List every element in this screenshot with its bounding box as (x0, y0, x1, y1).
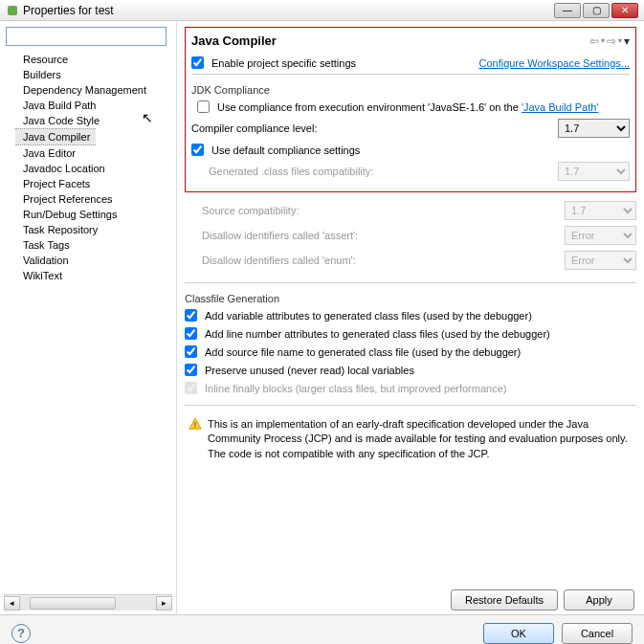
disallow-enum-select: Error (565, 251, 636, 270)
dropdown-icon[interactable]: ▾ (601, 36, 605, 45)
sidebar-item-java-editor[interactable]: Java Editor (15, 145, 172, 161)
svg-text:!: ! (194, 420, 196, 430)
sidebar-item-run-debug-settings[interactable]: Run/Debug Settings (15, 207, 172, 222)
use-exec-env-checkbox[interactable] (197, 100, 210, 113)
app-icon (6, 4, 19, 17)
apply-button[interactable]: Apply (564, 589, 634, 611)
source-compat-label: Source compatibility: (202, 205, 300, 216)
sidebar-item-validation[interactable]: Validation (15, 253, 172, 268)
line-num-checkbox[interactable] (185, 327, 197, 340)
source-compat-select: 1.7 (565, 201, 636, 220)
sidebar-item-project-facets[interactable]: Project Facets (15, 176, 172, 191)
use-exec-env-label: Use compliance from execution environmen… (217, 101, 599, 113)
scrollbar-horizontal[interactable]: ◂ ▸ (4, 594, 172, 611)
disallow-assert-select: Error (565, 226, 636, 245)
close-button[interactable]: ✕ (611, 3, 638, 18)
java-build-path-link[interactable]: 'Java Build Path' (522, 101, 599, 113)
sidebar-item-wikitext[interactable]: WikiText (15, 268, 172, 283)
window-title: Properties for test (23, 4, 114, 17)
preserve-checkbox[interactable] (185, 364, 197, 376)
classfile-group: Classfile Generation (185, 289, 636, 306)
titlebar: Properties for test — ▢ ✕ (0, 0, 644, 21)
jdk-compliance-group: JDK Compliance (191, 80, 630, 98)
use-default-label: Use default compliance settings (211, 144, 360, 156)
page-title: Java Compiler (191, 33, 277, 48)
dropdown-icon[interactable]: ▾ (618, 36, 622, 45)
sidebar: ResourceBuildersDependency ManagementJav… (0, 21, 177, 614)
svg-rect-0 (8, 6, 17, 15)
sidebar-item-task-tags[interactable]: Task Tags (15, 237, 172, 253)
forward-icon[interactable]: ⇨ (607, 34, 616, 48)
sidebar-item-builders[interactable]: Builders (15, 67, 172, 82)
src-file-checkbox[interactable] (185, 345, 197, 358)
compliance-level-label: Compiler compliance level: (191, 122, 317, 134)
inline-checkbox (185, 382, 197, 394)
maximize-button[interactable]: ▢ (583, 3, 610, 18)
disallow-assert-label: Disallow identifiers called 'assert': (202, 230, 358, 241)
sidebar-item-project-references[interactable]: Project References (15, 191, 172, 207)
scroll-track[interactable] (20, 596, 156, 611)
var-attr-label: Add variable attributes to generated cla… (205, 310, 532, 322)
sidebar-item-java-build-path[interactable]: Java Build Path (15, 98, 172, 113)
main-panel: Java Compiler ⇦ ▾ ⇨ ▾ ▾ Enable project s… (177, 21, 644, 614)
inline-label: Inline finally blocks (larger class file… (205, 383, 506, 394)
generated-class-select: 1.7 (558, 162, 630, 181)
sidebar-item-task-repository[interactable]: Task Repository (15, 222, 172, 237)
var-attr-checkbox[interactable] (185, 309, 197, 322)
preserve-label: Preserve unused (never read) local varia… (205, 365, 414, 376)
warning-text: This is an implementation of an early-dr… (208, 417, 633, 461)
enable-specific-label: Enable project specific settings (211, 57, 356, 69)
sidebar-item-dependency-management[interactable]: Dependency Management (15, 82, 172, 98)
back-icon[interactable]: ⇦ (589, 34, 599, 48)
scroll-left-arrow[interactable]: ◂ (4, 596, 20, 611)
use-default-checkbox[interactable] (191, 144, 204, 156)
cancel-button[interactable]: Cancel (562, 623, 633, 644)
sidebar-item-java-compiler[interactable]: Java Compiler (15, 128, 96, 145)
restore-defaults-button[interactable]: Restore Defaults (451, 589, 558, 611)
line-num-label: Add line number attributes to generated … (205, 328, 550, 340)
disallow-enum-label: Disallow identifiers called 'enum': (202, 255, 356, 266)
sidebar-item-resource[interactable]: Resource (15, 52, 172, 67)
compliance-level-select[interactable]: 1.7 (558, 119, 630, 138)
minimize-button[interactable]: — (554, 3, 581, 18)
warning-message: ! This is an implementation of an early-… (185, 411, 636, 467)
src-file-label: Add source file name to generated class … (205, 346, 521, 358)
scroll-thumb[interactable] (30, 597, 116, 610)
highlighted-region: Java Compiler ⇦ ▾ ⇨ ▾ ▾ Enable project s… (185, 27, 636, 192)
sidebar-item-javadoc-location[interactable]: Javadoc Location (15, 161, 172, 176)
sidebar-item-java-code-style[interactable]: Java Code Style (15, 113, 172, 128)
configure-workspace-link[interactable]: Configure Workspace Settings... (478, 57, 630, 69)
dialog-footer: ? OK Cancel (0, 614, 644, 644)
category-tree: ResourceBuildersDependency ManagementJav… (4, 52, 172, 594)
section-header: Java Compiler ⇦ ▾ ⇨ ▾ ▾ (191, 32, 630, 54)
enable-specific-checkbox[interactable] (191, 56, 204, 69)
ok-button[interactable]: OK (483, 623, 554, 644)
filter-input[interactable] (6, 27, 167, 46)
help-icon[interactable]: ? (11, 624, 31, 643)
scroll-right-arrow[interactable]: ▸ (156, 596, 172, 611)
generated-class-label: Generated .class files compatibility: (209, 166, 373, 177)
warning-icon: ! (189, 417, 202, 431)
